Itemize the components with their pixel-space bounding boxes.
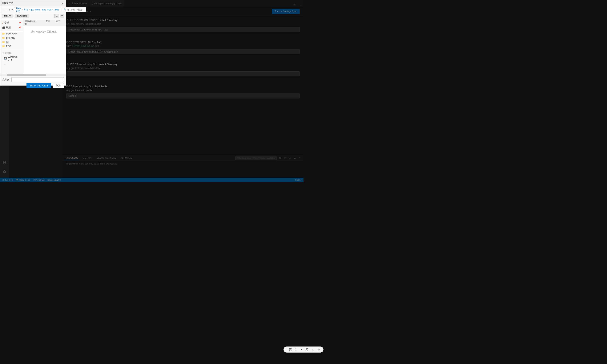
dialog-sidebar: ♪ 音乐 📌 🎬 视频 📌 📁 MDK-ARM 📁 gcc_mcu [0,19,23,74]
dialog-organize-button[interactable]: 组织 ▼ [2,14,13,18]
dialog-path-bar: Data (D:) › XTS › gcc_mcu › gcc_mcu › .e… [14,7,61,12]
dialog-close-button[interactable]: × [60,1,65,6]
video-icon: 🎬 [2,26,5,29]
path-segment-data[interactable]: Data (D:) [16,7,22,13]
cancel-button[interactable]: 取消 [53,83,64,88]
dialog-folder-input[interactable] [12,77,64,82]
expand-icon: ▼ [2,52,4,54]
select-folder-button[interactable]: Select This Folder [27,83,52,88]
dialog-up-button[interactable]: ↑ [9,7,10,12]
dialog-sidebar-foc[interactable]: 📁 FOC [0,44,23,48]
path-segment-xts[interactable]: XTS [23,8,28,12]
dialog-refresh-button[interactable]: ⟳ [11,7,13,12]
sidebar-this-computer-section[interactable]: ▼ 此电脑 [0,50,23,55]
dialog-organize-controls: 组织 ▼ 新建文件夹 [2,14,29,18]
drive-icon-c: 💾 [4,57,7,60]
more-drives-label: ... [4,63,6,65]
dialog-sidebar-windows-c[interactable]: 💾 Windows (C:) [0,55,23,62]
dialog-sidebar-mdk-arm[interactable]: 📁 MDK-ARM [0,32,23,36]
folder-icon-foc: 📁 [2,45,5,48]
dialog-file-list: 名称 修改日期 类型 大小 没有与搜索条件匹配的项。 [23,19,66,74]
dialog-second-toolbar: 组织 ▼ 新建文件夹 ☰ ? [0,13,66,19]
file-dialog: 选择文件夹 × ← → ↑ ⟳ Data (D:) › XTS › gcc_mc… [0,0,66,86]
dialog-new-folder-button[interactable]: 新建文件夹 [15,14,29,18]
video-label: 视频 [6,26,11,29]
col-type[interactable]: 类型 [46,20,56,25]
dialog-content: ♪ 音乐 📌 🎬 视频 📌 📁 MDK-ARM 📁 gcc_mcu [0,19,66,74]
path-sep-4: › [52,9,53,11]
col-size: 大小 [56,20,64,25]
dialog-title: 选择文件夹 [2,1,13,5]
video-pin-icon: 📌 [19,26,21,28]
this-computer-label: 此电脑 [5,52,11,54]
dialog-buttons: Select This Folder 取消 [2,83,64,88]
music-icon: ♪ [2,22,3,24]
dialog-help-button[interactable]: ? [60,14,64,18]
music-label: 音乐 [4,21,9,24]
dialog-search-input[interactable] [67,8,84,11]
path-segment-gcc-mcu-2[interactable]: gcc_mcu [42,8,52,12]
git-label: git [6,41,9,43]
folder-icon-git: 📁 [2,41,5,43]
folder-icon-gcc: 📁 [2,37,5,39]
dialog-sidebar-music[interactable]: ♪ 音乐 📌 [0,20,23,25]
dialog-view-controls: ☰ ? [54,14,64,18]
dialog-scrollbar-thumb[interactable] [7,74,46,76]
dialog-sidebar-video[interactable]: 🎬 视频 📌 [0,25,23,30]
dialog-title-bar: 选择文件夹 × [0,0,66,6]
dialog-list-view-button[interactable]: ☰ [54,14,59,18]
dialog-toolbar: ← → ↑ ⟳ Data (D:) › XTS › gcc_mcu › gcc_… [0,6,66,13]
foc-label: FOC [6,45,11,48]
folder-icon-mdk: 📁 [2,32,5,35]
dialog-empty-message: 没有与搜索条件匹配的项。 [23,26,66,37]
gcc-mcu-label: gcc_mcu [6,37,15,39]
sidebar-divider-2 [0,49,23,49]
dialog-search-bar: 🔍 [62,7,86,12]
dialog-search-icon: 🔍 [64,8,66,11]
dialog-scrollbar[interactable] [0,74,66,76]
path-sep-2: › [29,9,29,11]
file-dialog-overlay: 选择文件夹 × ← → ↑ ⟳ Data (D:) › XTS › gcc_mc… [0,0,303,182]
dialog-folder-label: 文件夹: [2,78,10,81]
dialog-sidebar-git[interactable]: 📁 git [0,40,23,44]
dialog-footer: 文件夹: Select This Folder 取消 [0,76,66,85]
col-name[interactable]: 名称 [25,20,27,25]
dialog-sidebar-gcc-mcu[interactable]: 📁 gcc_mcu [0,36,23,40]
path-segment-gcc-mcu-1[interactable]: gcc_mcu [30,8,40,12]
sidebar-divider-1 [0,31,23,31]
dialog-file-header: 名称 修改日期 类型 大小 [23,19,66,26]
music-pin-icon: 📌 [19,22,21,24]
dialog-sidebar-more[interactable]: ... [0,62,23,66]
path-sep-3: › [40,9,41,11]
dialog-folder-row: 文件夹: [2,77,64,82]
col-date[interactable]: 修改日期 [27,20,46,25]
path-sep-1: › [22,9,23,11]
windows-c-label: Windows (C:) [8,56,21,61]
mdk-arm-label: MDK-ARM [6,32,17,35]
dialog-forward-button[interactable]: → [5,7,8,12]
dialog-back-button[interactable]: ← [2,7,4,12]
path-segment-eide[interactable]: .eide [53,8,59,12]
